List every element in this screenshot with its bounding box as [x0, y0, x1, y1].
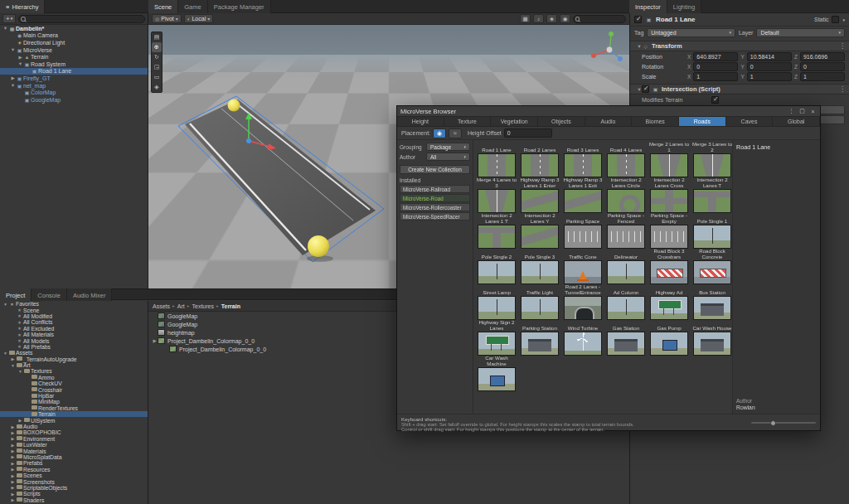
- asset-item[interactable]: Parking Space: [562, 214, 604, 249]
- asset-item-thumbnail[interactable]: [607, 225, 645, 249]
- z-value-field[interactable]: 0: [800, 62, 845, 71]
- transform-tool-icon[interactable]: ◈: [152, 82, 162, 92]
- project-tree-item[interactable]: MicroSplatData: [0, 454, 148, 460]
- view-tool-icon[interactable]: ▤: [152, 32, 162, 42]
- foldout-arrow-icon[interactable]: [17, 90, 23, 95]
- project-tab[interactable]: Audio Mixer: [67, 288, 113, 302]
- foldout-arrow-icon[interactable]: [10, 467, 16, 472]
- project-tree-item[interactable]: Assets: [0, 350, 148, 356]
- breadcrumb-item[interactable]: Terrain: [221, 303, 245, 309]
- asset-item-thumbnail[interactable]: [521, 332, 559, 356]
- asset-item[interactable]: Ad Column: [605, 285, 647, 320]
- hierarchy-search-input[interactable]: [27, 16, 144, 22]
- foldout-arrow-icon[interactable]: [10, 461, 16, 466]
- scene-search-input[interactable]: [581, 16, 625, 22]
- foldout-arrow-icon[interactable]: [152, 330, 158, 335]
- layer-dropdown[interactable]: Default▾: [756, 28, 845, 37]
- x-value-field[interactable]: 0: [693, 62, 738, 71]
- asset-item[interactable]: Road 2 Lanes - TunnelEntrance: [562, 285, 604, 320]
- inspector-tab[interactable]: Inspector: [629, 0, 667, 13]
- asset-item-thumbnail[interactable]: [693, 332, 731, 356]
- foldout-arrow-icon[interactable]: [25, 387, 31, 392]
- foldout-arrow-icon[interactable]: [10, 430, 16, 435]
- asset-item[interactable]: Parking Station: [519, 321, 560, 356]
- browser-tab[interactable]: Height: [397, 117, 444, 126]
- rotate-tool-icon[interactable]: ↻: [152, 52, 162, 62]
- browser-tab[interactable]: Audio: [585, 117, 633, 126]
- asset-item[interactable]: Road 4 Lanes: [605, 143, 647, 177]
- kebab-menu-icon[interactable]: ⋮: [839, 42, 846, 50]
- x-value-field[interactable]: 1: [693, 72, 738, 81]
- project-tree-item[interactable]: Crosshair: [0, 386, 148, 392]
- project-tab[interactable]: Console: [32, 288, 67, 302]
- asset-item-thumbnail[interactable]: [693, 260, 731, 284]
- asset-item-thumbnail[interactable]: [478, 153, 516, 177]
- asset-item-thumbnail[interactable]: [607, 153, 645, 177]
- tab-hierarchy[interactable]: ≡Hierarchy: [0, 0, 45, 13]
- project-tab[interactable]: Project: [0, 288, 32, 302]
- asset-item-thumbnail[interactable]: [693, 296, 731, 320]
- slider-knob[interactable]: [770, 420, 776, 426]
- asset-item[interactable]: Road Block Concrete: [691, 250, 732, 284]
- foldout-arrow-icon[interactable]: [25, 400, 31, 405]
- foldout-arrow-icon[interactable]: ▼: [633, 87, 639, 92]
- project-tree-item[interactable]: All Excluded: [0, 326, 148, 332]
- package-item[interactable]: MicroVerse-Railroad: [400, 185, 470, 193]
- hierarchy-search[interactable]: [18, 15, 145, 23]
- project-tree-item[interactable]: RenderTextures: [0, 405, 148, 411]
- asset-item[interactable]: Pole Single 2: [476, 250, 517, 284]
- package-item[interactable]: MicroVerse-Rollercoaster: [400, 203, 470, 211]
- foldout-arrow-icon[interactable]: ▼: [633, 44, 639, 49]
- project-tree-item[interactable]: UISystem: [0, 417, 148, 423]
- asset-item[interactable]: Gas Station: [605, 321, 647, 356]
- breadcrumb-item[interactable]: Art: [177, 303, 192, 309]
- foldout-arrow-icon[interactable]: [10, 448, 16, 453]
- breadcrumb-item[interactable]: Textures: [192, 303, 221, 309]
- move-tool-icon[interactable]: ⊕: [152, 42, 162, 52]
- asset-item-thumbnail[interactable]: [607, 332, 645, 356]
- chevron-down-icon[interactable]: ▾: [842, 17, 845, 22]
- asset-item-thumbnail[interactable]: [607, 260, 645, 284]
- pivot-dropdown[interactable]: ◎Pivot▾: [152, 14, 182, 23]
- project-tree-item[interactable]: Terrain: [0, 411, 148, 417]
- foldout-arrow-icon[interactable]: [2, 351, 8, 356]
- asset-item[interactable]: Delineator: [605, 250, 647, 284]
- foldout-arrow-icon[interactable]: [2, 26, 8, 31]
- hierarchy-item[interactable]: Road 1 Lane: [0, 68, 148, 75]
- effects-icon[interactable]: ◈: [546, 14, 557, 23]
- project-tree-item[interactable]: _TerrainAutoUpgrade: [0, 356, 148, 362]
- project-tree-item[interactable]: Scripts: [0, 491, 148, 497]
- project-tree-item[interactable]: LuxWater: [0, 442, 148, 448]
- project-tree-item[interactable]: All Materials: [0, 332, 148, 337]
- breadcrumb-item[interactable]: Assets: [153, 303, 177, 309]
- foldout-arrow-icon[interactable]: [17, 55, 23, 60]
- hierarchy-item[interactable]: net_map: [0, 82, 148, 90]
- foldout-arrow-icon[interactable]: [10, 454, 16, 459]
- project-tree-item[interactable]: Audio: [0, 424, 148, 429]
- asset-item[interactable]: Wind Turbine: [562, 321, 604, 356]
- package-item[interactable]: MicroVerse-Road: [400, 194, 470, 202]
- static-checkbox[interactable]: [832, 16, 839, 23]
- foldout-arrow-icon[interactable]: [10, 332, 16, 337]
- asset-item-thumbnail[interactable]: [478, 225, 516, 249]
- hierarchy-item[interactable]: Main Camera: [0, 32, 148, 40]
- browser-tab[interactable]: Texture: [444, 117, 492, 126]
- hierarchy-item[interactable]: Terrain: [0, 53, 148, 61]
- hierarchy-item[interactable]: GoogleMap: [0, 96, 148, 104]
- asset-item[interactable]: Intersection 2 Lanes Cross: [648, 178, 690, 213]
- asset-item[interactable]: Intersection 2 Lanes 1 T: [476, 214, 517, 249]
- tag-dropdown[interactable]: Untagged▾: [647, 28, 735, 37]
- asset-item[interactable]: Intersection 2 Lanes Circle: [605, 178, 647, 213]
- asset-item-thumbnail[interactable]: [650, 296, 688, 320]
- asset-item-thumbnail[interactable]: [521, 296, 559, 320]
- hierarchy-item[interactable]: Directional Light: [0, 39, 148, 46]
- project-tree-item[interactable]: Screenshots: [0, 478, 148, 484]
- asset-item[interactable]: Merge 2 Lanes to 1: [648, 143, 690, 177]
- asset-item-thumbnail[interactable]: [478, 260, 516, 284]
- close-icon[interactable]: ×: [809, 109, 817, 114]
- asset-item-thumbnail[interactable]: [650, 225, 688, 249]
- foldout-arrow-icon[interactable]: [25, 412, 31, 417]
- foldout-arrow-icon[interactable]: [25, 405, 31, 410]
- foldout-arrow-icon[interactable]: [152, 338, 158, 343]
- scene-view-tab[interactable]: Game: [178, 0, 207, 13]
